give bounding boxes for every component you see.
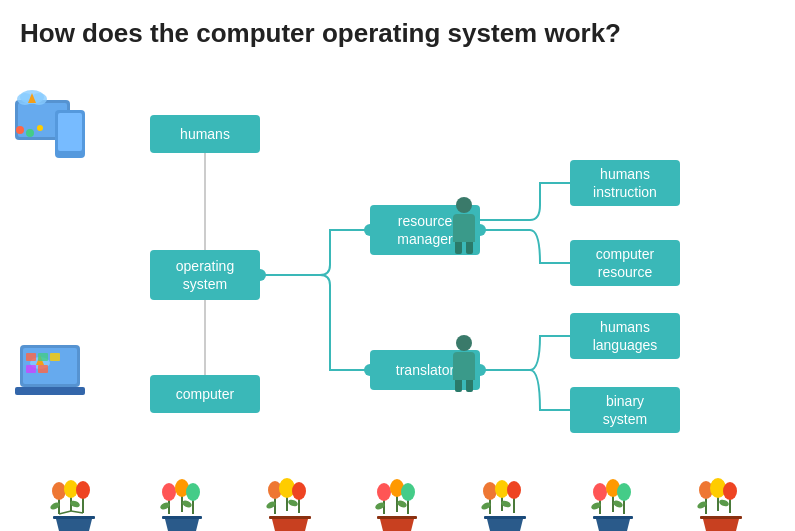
svg-point-73 (483, 482, 497, 500)
svg-point-17 (37, 125, 43, 131)
svg-rect-27 (38, 365, 48, 373)
humans-box: humans (150, 115, 260, 153)
svg-point-95 (723, 482, 737, 500)
person-translator (453, 335, 475, 380)
svg-rect-23 (26, 353, 36, 361)
svg-line-35 (71, 511, 83, 513)
computer-resource-box: computer resource (570, 240, 680, 286)
svg-rect-58 (269, 516, 311, 519)
svg-rect-78 (484, 516, 526, 519)
person-resource-manager (453, 197, 475, 242)
svg-point-74 (495, 480, 509, 498)
svg-point-31 (52, 482, 66, 500)
humans-languages-box: humans languages (570, 313, 680, 359)
svg-point-97 (718, 498, 729, 507)
title: How does the computer operating system w… (0, 0, 795, 49)
svg-rect-38 (53, 516, 95, 519)
svg-point-85 (617, 483, 631, 501)
svg-point-83 (593, 483, 607, 501)
svg-rect-68 (377, 516, 417, 519)
computer-box: computer (150, 375, 260, 413)
svg-marker-39 (56, 519, 92, 531)
tech-icon-top (10, 85, 100, 160)
svg-point-65 (401, 483, 415, 501)
svg-marker-99 (703, 519, 739, 531)
svg-rect-25 (50, 353, 60, 361)
svg-marker-89 (596, 519, 630, 531)
svg-point-15 (16, 126, 24, 134)
svg-rect-88 (593, 516, 633, 519)
svg-marker-49 (165, 519, 199, 531)
svg-rect-98 (700, 516, 742, 519)
svg-rect-20 (15, 387, 85, 395)
svg-marker-79 (487, 519, 523, 531)
svg-point-16 (26, 129, 34, 137)
svg-rect-48 (162, 516, 202, 519)
svg-rect-10 (58, 113, 82, 151)
humans-instruction-box: humans instruction (570, 160, 680, 206)
svg-point-55 (292, 482, 306, 500)
svg-point-57 (287, 498, 298, 507)
flowers-decoration (0, 461, 795, 531)
svg-line-34 (59, 511, 71, 514)
svg-rect-26 (26, 365, 36, 373)
tech-icon-bottom (10, 335, 110, 415)
svg-marker-69 (380, 519, 414, 531)
svg-point-32 (64, 480, 78, 498)
operating-system-box: operating system (150, 250, 260, 300)
svg-point-43 (162, 483, 176, 501)
svg-point-63 (377, 483, 391, 501)
svg-point-33 (76, 481, 90, 499)
svg-marker-59 (272, 519, 308, 531)
svg-point-45 (186, 483, 200, 501)
binary-system-box: binary system (570, 387, 680, 433)
svg-rect-24 (38, 353, 48, 361)
svg-point-75 (507, 481, 521, 499)
